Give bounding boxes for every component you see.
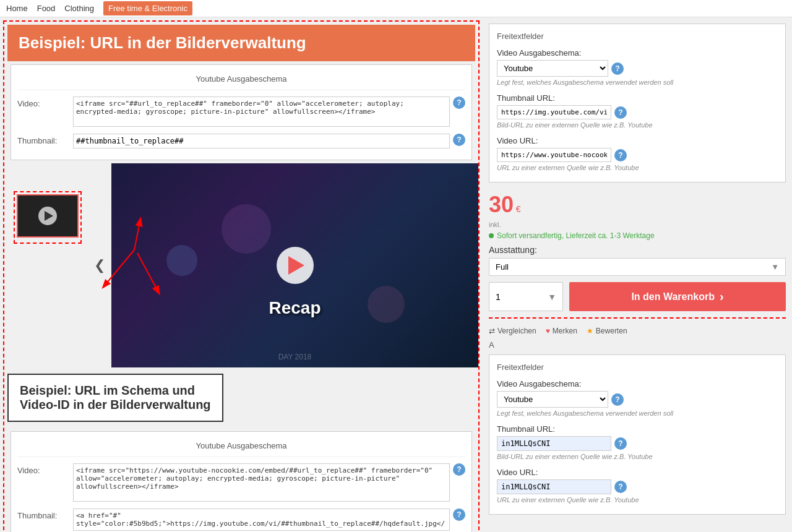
action-row-border: ⇄ Vergleichen ♥ Merken ★ Bewerten (489, 317, 786, 335)
video-thumbnail[interactable] (17, 194, 79, 238)
schema-thumb-field-2: <a href="#" style="color:#5b9bd5;">https… (73, 508, 450, 532)
thumbnail-hint-top: Bild-URL zu einer externen Quelle wie z.… (497, 121, 778, 129)
freitext-ausgabeschema-select-top[interactable]: Youtube (497, 60, 608, 77)
stock-status: Sofort versandfertig, Lieferzeit ca. 1-3… (489, 231, 786, 240)
schema-panel-2: Youtube Ausgabeschema Video: <iframe src… (11, 431, 472, 532)
help-icon-thumb-2[interactable]: ? (453, 508, 465, 521)
schema-row-video-1: Video: ? (17, 97, 465, 129)
ausgabeschema-hint-bottom: Legt fest, welches Ausgabeschema verwend… (497, 410, 778, 417)
ausstattung-value: Full (496, 262, 771, 272)
videourl-hint-bottom: URL zu einer externen Quelle wie z.B. Yo… (497, 496, 778, 504)
qty-selector[interactable]: 1 ▼ (489, 282, 563, 311)
play-triangle-large (288, 256, 304, 275)
schema-video-textarea-1[interactable] (73, 97, 450, 127)
schema-thumb-label-2: Thumbnail: (17, 508, 73, 520)
compare-action[interactable]: ⇄ Vergleichen (489, 327, 536, 335)
help-icon-ausgabeschema-bottom[interactable]: ? (611, 393, 624, 406)
videourl-hint-top: URL zu einer externen Quelle wie z.B. Yo… (497, 164, 778, 171)
freitext-row-thumbnail-bottom: Thumbnail URL: ? Bild-URL zu einer exter… (497, 424, 778, 460)
help-icon-thumbnail-bottom[interactable]: ? (614, 437, 627, 450)
freitext-thumbnail-input-bottom[interactable] (497, 436, 611, 451)
help-icon-thumbnail-top[interactable]: ? (614, 106, 627, 119)
ausstattung-arrow-icon: ▼ (771, 262, 779, 272)
freitext-panel-top: Freitextfelder Video Ausgabeschema: Yout… (489, 24, 786, 182)
freitext-row-ausgabeschema-bottom: Video Ausgabeschema: Youtube ? Legt fest… (497, 379, 778, 417)
thumbnail-column (4, 163, 91, 367)
thumbnail-hint-bottom: Bild-URL zu einer externen Quelle wie z.… (497, 453, 778, 460)
bewerten-label: Bewerten (596, 327, 627, 335)
help-icon-videourl-top[interactable]: ? (614, 149, 627, 161)
freitext-ausgabeschema-label-bottom: Video Ausgabeschema: (497, 379, 778, 388)
freitext-row-videourl-top: Video URL: ? URL zu einer externen Quell… (497, 136, 778, 171)
add-to-cart-button[interactable]: In den Warenkorb › (569, 282, 786, 311)
price: 30 (489, 192, 514, 217)
example-title-1: Beispiel: URL in der Bilderverwaltung (19, 33, 464, 53)
freitext-ausgabeschema-select-bottom[interactable]: Youtube (497, 391, 608, 408)
video-title-overlay: Recap (269, 298, 321, 318)
help-icon-thumb-1[interactable]: ? (453, 134, 465, 146)
schema-thumb-textarea-2[interactable]: <a href="#" style="color:#5b9bd5;">https… (73, 508, 450, 531)
schema-row-thumb-1: Thumbnail: ? (17, 134, 465, 148)
freitext-panel-bottom: Freitextfelder Video Ausgabeschema: Yout… (489, 354, 786, 515)
schema-thumb-label-1: Thumbnail: (17, 134, 73, 145)
freitext-thumbnail-input-top[interactable] (497, 105, 611, 119)
top-nav: Home Food Clothing Free time & Electroni… (0, 0, 792, 17)
freitext-row-videourl-bottom: Video URL: ? URL zu einer externen Quell… (497, 468, 778, 504)
action-row: ⇄ Vergleichen ♥ Merken ★ Bewerten (489, 327, 786, 335)
qty-arrow-icon: ▼ (548, 292, 556, 302)
schema-panel-1: Youtube Ausgabeschema Video: ? Thumbnail… (11, 64, 472, 160)
schema-video-textarea-2[interactable]: <iframe src="https://www.youtube-nocooki… (73, 463, 450, 502)
play-button-large[interactable] (277, 247, 314, 284)
help-icon-video-1[interactable]: ? (453, 97, 465, 109)
nav-home[interactable]: Home (6, 4, 28, 13)
compare-label: Vergleichen (497, 327, 536, 335)
help-icon-ausgabeschema-top[interactable]: ? (611, 62, 624, 75)
schema-row-thumb-2: Thumbnail: <a href="#" style="color:#5b9… (17, 508, 465, 532)
video-watermark: DAY 2018 (278, 353, 312, 361)
merken-icon: ♥ (546, 327, 550, 335)
bewerten-action[interactable]: ★ Bewerten (587, 327, 627, 335)
schema-row-video-2: Video: <iframe src="https://www.youtube-… (17, 463, 465, 504)
schema-title-1: Youtube Ausgabeschema (17, 71, 465, 90)
freitext-videourl-label-top: Video URL: (497, 136, 778, 145)
price-currency: € (516, 204, 521, 214)
freitext-videourl-input-top[interactable] (497, 148, 611, 162)
example-box-2: Beispiel: URL im Schema und Video-ID in … (7, 374, 223, 422)
nav-arrow-left[interactable]: ❮ (91, 254, 108, 277)
ausstattung-select[interactable]: Full ▼ (489, 258, 786, 276)
example-title-2-line1: Beispiel: URL im Schema und (20, 384, 211, 398)
stock-dot (489, 233, 494, 238)
freitext-row-thumbnail-top: Thumbnail URL: ? Bild-URL zu einer exter… (497, 93, 778, 129)
example-title-2-line2: Video-ID in der Bilderverwaltung (20, 398, 211, 412)
left-column: Beispiel: URL in der Bilderverwaltung Yo… (0, 17, 483, 532)
main-container: Beispiel: URL in der Bilderverwaltung Yo… (0, 17, 792, 532)
shipping-text: inkl. (489, 221, 786, 228)
nav-clothing[interactable]: Clothing (64, 4, 94, 13)
merken-label: Merken (553, 327, 577, 335)
freitext-title-top: Freitextfelder (497, 32, 778, 41)
add-to-cart-label: In den Warenkorb (631, 291, 715, 302)
freitext-videourl-label-bottom: Video URL: (497, 468, 778, 477)
merken-action[interactable]: ♥ Merken (546, 327, 577, 335)
freitext-ausgabeschema-label-top: Video Ausgabeschema: (497, 48, 778, 58)
ausgabeschema-hint-top: Legt fest, welches Ausgabeschema verwend… (497, 79, 778, 86)
freitext-row-ausgabeschema-top: Video Ausgabeschema: Youtube ? Legt fest… (497, 48, 778, 86)
schema-video-field-1 (73, 97, 450, 129)
help-icon-video-2[interactable]: ? (453, 463, 465, 476)
freitext-title-bottom: Freitextfelder (497, 363, 778, 372)
freitext-videourl-input-bottom[interactable] (497, 479, 611, 494)
example-box-1: Beispiel: URL in der Bilderverwaltung (7, 25, 475, 61)
help-icon-videourl-bottom[interactable]: ? (614, 481, 627, 493)
qty-add-row: 1 ▼ In den Warenkorb › (489, 282, 786, 311)
right-column: Freitextfelder Video Ausgabeschema: Yout… (483, 17, 792, 532)
nav-free-time[interactable]: Free time & Electronic (103, 1, 192, 15)
video-player[interactable]: C Shopware Community Day 2018 - Beyond H… (111, 163, 478, 367)
schema-thumb-input-1[interactable] (73, 134, 450, 148)
schema-thumb-field-1 (73, 134, 450, 148)
schema-video-label-2: Video: (17, 463, 73, 475)
play-triangle (45, 211, 53, 221)
compare-icon: ⇄ (489, 327, 495, 335)
freitext-thumbnail-label-top: Thumbnail URL: (497, 93, 778, 103)
add-to-cart-arrow-icon: › (720, 290, 724, 304)
nav-food[interactable]: Food (37, 4, 56, 13)
